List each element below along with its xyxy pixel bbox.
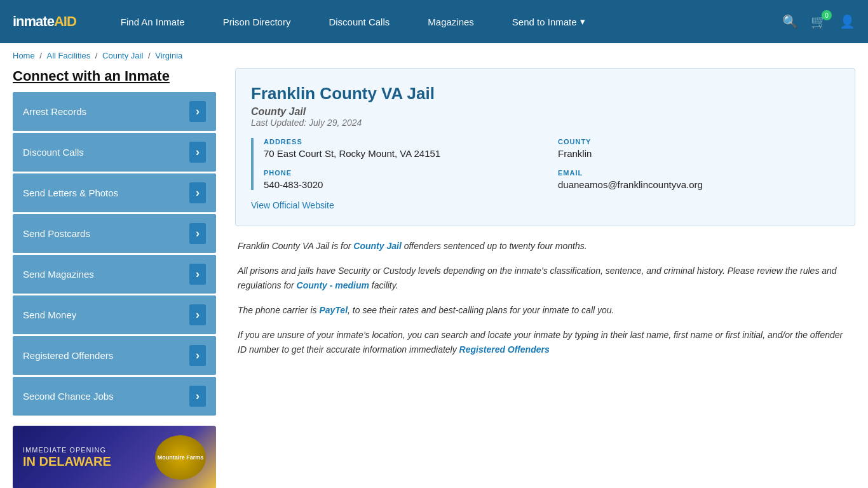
sidebar-item-send-magazines[interactable]: Send Magazines › xyxy=(13,255,216,294)
breadcrumb-home[interactable]: Home xyxy=(13,51,35,60)
phone-block: PHONE 540-483-3020 xyxy=(264,169,545,190)
desc-para-2: All prisons and jails have Security or C… xyxy=(238,264,853,293)
county-jail-link[interactable]: County Jail xyxy=(353,241,401,251)
sidebar-label-registered-offenders: Registered Offenders xyxy=(23,350,113,361)
page-layout: Connect with an Inmate Arrest Records › … xyxy=(0,68,868,488)
paytel-link[interactable]: PayTel xyxy=(319,305,348,315)
sidebar-item-send-letters[interactable]: Send Letters & Photos › xyxy=(13,173,216,212)
sidebar-label-second-chance-jobs: Second Chance Jobs xyxy=(23,391,114,402)
sidebar-label-arrest-records: Arrest Records xyxy=(23,106,86,117)
sidebar-arrow-send-postcards: › xyxy=(189,223,206,244)
main-content: Franklin County VA Jail County Jail Last… xyxy=(235,68,855,488)
breadcrumb-all-facilities[interactable]: All Facilities xyxy=(47,51,91,60)
cart-button[interactable]: 🛒 0 xyxy=(811,14,827,29)
sidebar-item-send-postcards[interactable]: Send Postcards › xyxy=(13,214,216,253)
nav-find-inmate[interactable]: Find An Inmate xyxy=(102,17,204,27)
email-value: duaneamos@franklincountyva.org xyxy=(558,179,839,190)
county-label: COUNTY xyxy=(558,138,839,146)
breadcrumb-county-jail[interactable]: County Jail xyxy=(102,51,143,60)
sidebar-arrow-registered-offenders: › xyxy=(189,345,206,366)
nav-links: Find An Inmate Prison Directory Discount… xyxy=(102,16,782,27)
facility-type: County Jail xyxy=(251,106,839,118)
ad-text: IMMEDIATE OPENING IN DELAWARE xyxy=(23,446,111,469)
breadcrumb: Home / All Facilities / County Jail / Vi… xyxy=(0,43,868,68)
cart-badge: 0 xyxy=(822,10,832,20)
breadcrumb-sep-3: / xyxy=(148,51,153,60)
address-block: ADDRESS 70 East Court St, Rocky Mount, V… xyxy=(264,138,545,159)
breadcrumb-virginia[interactable]: Virginia xyxy=(155,51,182,60)
nav-send-to-inmate[interactable]: Send to Inmate ▾ xyxy=(493,16,604,27)
county-value: Franklin xyxy=(558,148,839,159)
sidebar-item-second-chance-jobs[interactable]: Second Chance Jobs › xyxy=(13,377,216,416)
ad-line2: IN DELAWARE xyxy=(23,454,111,469)
facility-name: Franklin County VA Jail xyxy=(251,84,839,104)
sidebar-item-registered-offenders[interactable]: Registered Offenders › xyxy=(13,336,216,375)
registered-offenders-link[interactable]: Registered Offenders xyxy=(459,344,550,355)
breadcrumb-sep-1: / xyxy=(39,51,44,60)
sidebar-label-send-letters: Send Letters & Photos xyxy=(23,187,118,198)
nav-discount-calls[interactable]: Discount Calls xyxy=(309,17,409,27)
sidebar-label-send-postcards: Send Postcards xyxy=(23,228,90,239)
sidebar-item-discount-calls[interactable]: Discount Calls › xyxy=(13,133,216,172)
sidebar-arrow-send-money: › xyxy=(189,304,206,325)
sidebar-arrow-send-magazines: › xyxy=(189,264,206,285)
address-value: 70 East Court St, Rocky Mount, VA 24151 xyxy=(264,148,545,159)
official-website-link[interactable]: View Official Website xyxy=(251,200,334,210)
sidebar-arrow-discount-calls: › xyxy=(189,142,206,163)
sidebar-item-arrest-records[interactable]: Arrest Records › xyxy=(13,92,216,131)
sidebar-arrow-arrest-records: › xyxy=(189,101,206,122)
user-button[interactable]: 👤 xyxy=(839,14,855,29)
desc-para-1: Franklin County VA Jail is for County Ja… xyxy=(238,239,853,254)
sidebar-label-discount-calls: Discount Calls xyxy=(23,147,84,158)
county-medium-link[interactable]: County - medium xyxy=(297,280,369,290)
facility-description: Franklin County VA Jail is for County Ja… xyxy=(235,239,855,358)
breadcrumb-sep-2: / xyxy=(95,51,100,60)
facility-last-updated: Last Updated: July 29, 2024 xyxy=(251,118,839,128)
logo[interactable]: inmateAID xyxy=(13,13,76,30)
sidebar-item-send-money[interactable]: Send Money › xyxy=(13,295,216,334)
sidebar-label-send-money: Send Money xyxy=(23,309,76,320)
sidebar: Connect with an Inmate Arrest Records › … xyxy=(13,68,216,488)
search-button[interactable]: 🔍 xyxy=(782,14,798,29)
ad-logo: Mountaire Farms xyxy=(155,435,206,480)
phone-value: 540-483-3020 xyxy=(264,179,545,190)
dropdown-arrow-icon: ▾ xyxy=(580,16,585,27)
sidebar-advertisement[interactable]: IMMEDIATE OPENING IN DELAWARE Mountaire … xyxy=(13,426,216,488)
facility-card: Franklin County VA Jail County Jail Last… xyxy=(235,68,855,226)
nav-prison-directory[interactable]: Prison Directory xyxy=(204,17,310,27)
navbar: inmateAID Find An Inmate Prison Director… xyxy=(0,0,868,43)
sidebar-label-send-magazines: Send Magazines xyxy=(23,269,94,280)
sidebar-arrow-send-letters: › xyxy=(189,182,206,203)
ad-line1: IMMEDIATE OPENING xyxy=(23,446,111,454)
nav-magazines[interactable]: Magazines xyxy=(409,17,493,27)
desc-para-4: If you are unsure of your inmate’s locat… xyxy=(238,328,853,357)
sidebar-arrow-second-chance-jobs: › xyxy=(189,386,206,407)
phone-label: PHONE xyxy=(264,169,545,177)
email-block: EMAIL duaneamos@franklincountyva.org xyxy=(558,169,839,190)
email-label: EMAIL xyxy=(558,169,839,177)
desc-para-3: The phone carrier is PayTel, to see thei… xyxy=(238,303,853,318)
sidebar-menu: Arrest Records › Discount Calls › Send L… xyxy=(13,92,216,416)
nav-icons: 🔍 🛒 0 👤 xyxy=(782,14,855,29)
address-label: ADDRESS xyxy=(264,138,545,146)
facility-details: ADDRESS 70 East Court St, Rocky Mount, V… xyxy=(251,138,839,190)
county-block: COUNTY Franklin xyxy=(558,138,839,159)
sidebar-title: Connect with an Inmate xyxy=(13,68,216,85)
